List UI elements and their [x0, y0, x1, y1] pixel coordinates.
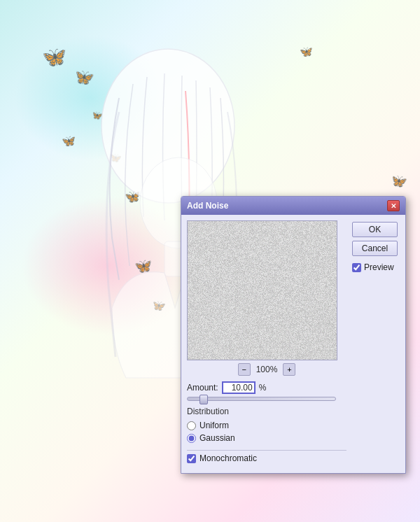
add-noise-dialog: Add Noise ✕ − 100% + Amount: %	[181, 196, 406, 474]
butterfly-10: 🦋	[392, 174, 407, 189]
dialog-body: − 100% + Amount: % Distribution	[181, 215, 405, 473]
zoom-bar: − 100% +	[187, 360, 346, 379]
uniform-radio-row: Uniform	[187, 419, 346, 432]
cancel-button[interactable]: Cancel	[352, 241, 398, 256]
zoom-level-display: 100%	[256, 365, 278, 374]
distribution-section: Distribution Uniform Gaussian	[187, 404, 346, 447]
monochromatic-row: Monochromatic	[187, 450, 346, 467]
noise-canvas	[188, 221, 337, 360]
zoom-in-button[interactable]: +	[283, 363, 295, 376]
uniform-radio[interactable]	[187, 421, 196, 430]
preview-checkbox[interactable]	[352, 263, 361, 272]
zoom-out-button[interactable]: −	[238, 363, 251, 376]
preview-canvas	[187, 220, 337, 360]
dialog-titlebar: Add Noise ✕	[181, 197, 405, 215]
monochromatic-label[interactable]: Monochromatic	[200, 453, 257, 463]
monochromatic-checkbox[interactable]	[187, 454, 196, 463]
close-button[interactable]: ✕	[387, 200, 400, 211]
amount-label: Amount:	[187, 383, 218, 393]
ok-button[interactable]: OK	[352, 222, 398, 237]
distribution-label: Distribution	[187, 407, 346, 416]
amount-slider-thumb[interactable]	[200, 395, 208, 404]
amount-row: Amount: %	[187, 379, 346, 395]
gaussian-radio-row: Gaussian	[187, 432, 346, 444]
gaussian-label[interactable]: Gaussian	[200, 433, 235, 443]
slider-container	[187, 395, 346, 404]
amount-input[interactable]	[222, 381, 255, 394]
right-panel: OK Cancel Preview	[352, 220, 400, 467]
amount-slider-track[interactable]	[187, 397, 336, 401]
gaussian-radio[interactable]	[187, 434, 196, 443]
butterfly-9: 🦋	[300, 45, 313, 58]
preview-checkbox-row: Preview	[352, 262, 400, 272]
dialog-title: Add Noise	[187, 201, 228, 211]
uniform-label[interactable]: Uniform	[200, 421, 229, 430]
preview-check-label[interactable]: Preview	[364, 262, 394, 272]
amount-unit: %	[259, 383, 267, 393]
left-panel: − 100% + Amount: % Distribution	[187, 220, 346, 467]
